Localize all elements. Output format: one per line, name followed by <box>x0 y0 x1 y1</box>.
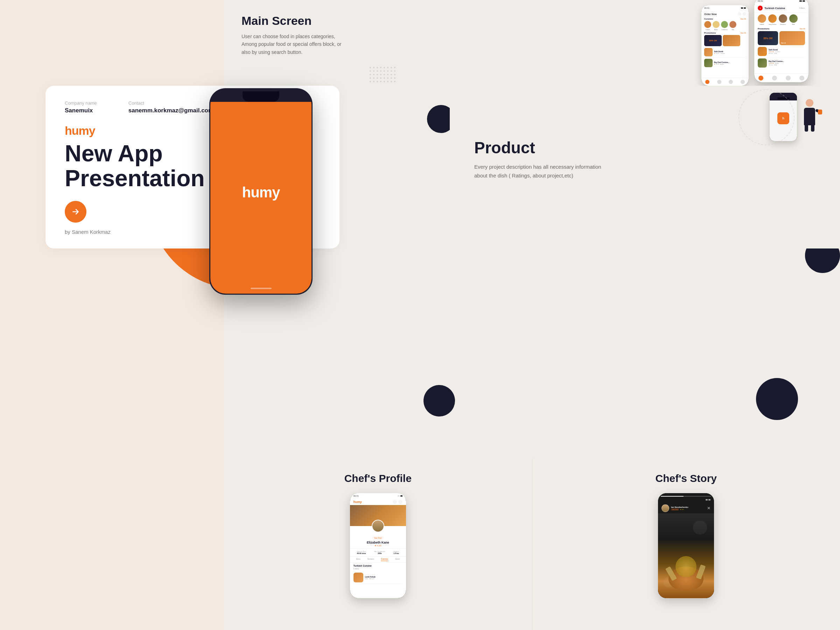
product-section: h Product Every project description has … <box>450 86 840 248</box>
dot-pattern: document.currentScript.insertAdjacentHTM… <box>369 67 395 82</box>
p1-promo-off: 35% Off <box>709 39 717 42</box>
phone-notch <box>243 92 279 102</box>
p2-filters[interactable]: Filters <box>799 7 805 9</box>
main-screen-section: document.currentScript.insertAdjacentHTM… <box>224 0 399 86</box>
chef-profile-section: Chef's Profile 09:41 humy <box>224 458 532 630</box>
chef-story-section: Chef's Story <box>532 458 840 630</box>
p2-promotions: Promotions <box>758 28 769 30</box>
chef-phone-mockup: 09:41 humy <box>350 493 406 598</box>
main-phone-mockup: humy <box>209 88 313 295</box>
contact-label: Contact <box>128 101 213 106</box>
contact-email: sanemm.korkmaz@gmail.com <box>128 107 213 114</box>
chef-story-title: Chef's Story <box>550 472 823 485</box>
chef-story-phone-mockup: Ian Nevdashenko Star Chef ★ 4.5 ✕ <box>658 493 714 598</box>
top-phones-area: 09:41 Order Now Cuisines See All <box>441 0 840 86</box>
dark-circle-3 <box>756 378 798 420</box>
chef-cuisine-name: Turkish Cuisine <box>354 565 403 567</box>
p1-promotions: Promotions <box>704 32 716 34</box>
product-dot-circle <box>739 89 794 145</box>
chef-name-text: Elizabeth Kane <box>354 541 403 544</box>
p1-order-now: Order Now <box>704 13 717 16</box>
chef-badge-text: Star Chef <box>372 536 384 540</box>
dark-circle-4 <box>423 385 455 417</box>
story-rating: ★ 4.5 <box>680 508 684 510</box>
chef-cuisine-items: 0 items <box>354 568 403 570</box>
p1-see-all[interactable]: See All <box>740 18 746 20</box>
chef-rating-text: ★ 4.9/5 <box>354 544 403 547</box>
bottom-left-area <box>0 458 224 630</box>
bottom-section: Chef's Profile 09:41 humy <box>224 458 840 630</box>
p1-see-all-2[interactable]: See All <box>740 32 746 34</box>
company-label: Company name <box>65 101 97 106</box>
phone-brand-text: humy <box>242 184 279 201</box>
main-screen-desc: User can choose food in places categorie… <box>242 33 346 56</box>
product-desc: Every project description has all necess… <box>474 163 607 180</box>
story-badge: Star Chef <box>671 508 679 511</box>
story-chef-name: Ian Nevdashenko <box>671 506 688 508</box>
p2-title: Turkish Cuisine <box>764 7 785 10</box>
company-info: Company name Sanemuix <box>65 101 97 114</box>
main-screen-title: Main Screen <box>242 14 382 28</box>
contact-info: Contact sanemm.korkmaz@gmail.com <box>128 101 213 114</box>
top-phone-1: 09:41 Order Now Cuisines See All <box>701 5 748 86</box>
company-name: Sanemuix <box>65 107 97 114</box>
arrow-button[interactable] <box>65 201 87 223</box>
phone-screen: humy <box>210 102 311 283</box>
p1-cuisines-label: Cuisines <box>704 18 713 20</box>
product-person-figure <box>800 99 819 141</box>
chef-profile-title: Chef's Profile <box>242 472 515 485</box>
top-phone-2: 09:41 ★ Turkish Cuisine Filters <box>754 0 808 82</box>
p2-see-all[interactable]: See All <box>799 28 805 30</box>
